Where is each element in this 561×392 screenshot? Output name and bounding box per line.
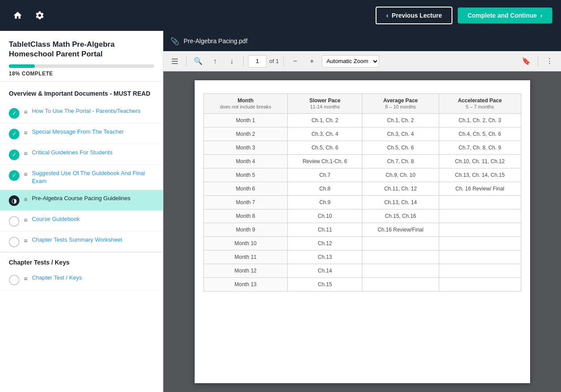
- settings-button[interactable]: [31, 7, 49, 24]
- sidebar-toggle-button[interactable]: [168, 54, 182, 68]
- paperclip-icon: 📎: [170, 37, 179, 45]
- average-cell: Ch.5, Ch. 6: [362, 141, 439, 155]
- lesson-item[interactable]: ✓ ≡ How To Use The Portal - Parents/Teac…: [0, 103, 163, 123]
- nav-right: ‹ Previous Lecture Complete and Continue…: [376, 7, 552, 24]
- lesson-check-empty: [9, 237, 19, 247]
- lesson-item[interactable]: ✓ ≡ Special Message From The Teacher: [0, 123, 163, 144]
- search-button[interactable]: 🔍: [191, 54, 205, 68]
- list-icon: ≡: [24, 171, 27, 178]
- accelerated-cell: Ch.7, Ch. 8, Ch. 9: [439, 141, 521, 155]
- zoom-in-button[interactable]: +: [305, 54, 319, 68]
- scroll-up-button[interactable]: ↑: [208, 54, 222, 68]
- accelerated-cell: [439, 264, 521, 278]
- slower-cell: Ch.9: [288, 196, 362, 209]
- month-cell: Month 1: [203, 114, 288, 127]
- col-header-average: Average Pace8 – 10 months: [362, 94, 439, 114]
- average-cell: [362, 237, 439, 250]
- lesson-text: How To Use The Portal - Parents/Teachers: [32, 107, 154, 115]
- svg-rect-1: [172, 61, 178, 62]
- average-cell: [362, 250, 439, 264]
- month-cell: Month 5: [203, 168, 288, 182]
- month-cell: Month 10: [203, 237, 288, 250]
- toolbar-divider: [538, 56, 538, 67]
- table-row: Month 5Ch.7Ch.9, Ch. 10Ch.13, Ch. 14, Ch…: [203, 168, 521, 182]
- accelerated-cell: [439, 196, 521, 209]
- average-cell: Ch.9, Ch. 10: [362, 168, 439, 182]
- accelerated-cell: [439, 237, 521, 250]
- slower-cell: Ch.10: [288, 209, 362, 223]
- pdf-content[interactable]: Monthdoes not include breaks Slower Pace…: [163, 71, 561, 392]
- accelerated-cell: Ch. 16 Review/ Final: [439, 182, 521, 196]
- list-icon: ≡: [24, 237, 27, 244]
- month-cell: Month 6: [203, 182, 288, 196]
- list-icon: ≡: [24, 196, 27, 203]
- average-cell: [362, 278, 439, 291]
- toolbar-divider: [283, 56, 284, 67]
- slower-cell: Ch.11: [288, 223, 362, 237]
- page-number-input[interactable]: 1: [248, 55, 267, 67]
- slower-cell: Ch.15: [288, 278, 362, 291]
- month-cell: Month 7: [203, 196, 288, 209]
- lesson-text: Pre-Algebra Course Pacing Guidelines: [32, 194, 154, 202]
- accelerated-cell: Ch.1, Ch. 2, Ch. 3: [439, 114, 521, 127]
- slower-cell: Ch.5, Ch. 6: [288, 141, 362, 155]
- average-cell: Ch.11, Ch. 12: [362, 182, 439, 196]
- month-cell: Month 12: [203, 264, 288, 278]
- month-cell: Month 3: [203, 141, 288, 155]
- list-icon: ≡: [24, 217, 27, 224]
- table-row: Month 3Ch.5, Ch. 6Ch.5, Ch. 6Ch.7, Ch. 8…: [203, 141, 521, 155]
- lesson-check-complete: ✓: [9, 129, 19, 139]
- toolbar-divider: [243, 56, 244, 67]
- previous-lecture-button[interactable]: ‹ Previous Lecture: [376, 7, 452, 24]
- lesson-check-complete: ✓: [9, 170, 19, 181]
- zoom-out-button[interactable]: −: [288, 54, 302, 68]
- lesson-item-active[interactable]: ◑ ≡ Pre-Algebra Course Pacing Guidelines: [0, 190, 163, 211]
- accelerated-cell: Ch.13, Ch. 14, Ch.15: [439, 168, 521, 182]
- slower-cell: Review Ch.1-Ch. 6: [288, 155, 362, 168]
- list-icon: ≡: [24, 129, 27, 136]
- scroll-down-button[interactable]: ↓: [225, 54, 239, 68]
- list-icon: ≡: [24, 150, 27, 157]
- complete-continue-button[interactable]: Complete and Continue ›: [458, 7, 552, 23]
- more-options-button[interactable]: ⋮: [542, 54, 557, 68]
- list-icon: ≡: [24, 108, 27, 116]
- slower-cell: Ch.8: [288, 182, 362, 196]
- col-header-accelerated: Accelerated Pace5 – 7 months: [439, 94, 521, 114]
- sidebar-scroll[interactable]: Overview & Important Documents - MUST RE…: [0, 82, 163, 392]
- toolbar-divider: [186, 56, 187, 67]
- month-cell: Month 9: [203, 223, 288, 237]
- lesson-text: Course Guidebook: [32, 215, 154, 223]
- progress-label: 18% COMPLETE: [9, 71, 154, 77]
- accelerated-cell: Ch.10, Ch. 11, Ch.12: [439, 155, 521, 168]
- zoom-select[interactable]: Automatic Zoom 50% 75% 100% 125% 150%: [322, 55, 379, 67]
- slower-cell: Ch.14: [288, 264, 362, 278]
- complete-continue-label: Complete and Continue: [467, 12, 537, 19]
- lesson-check-complete: ✓: [9, 149, 19, 160]
- average-cell: Ch.1, Ch. 2: [362, 114, 439, 127]
- month-cell: Month 2: [203, 127, 288, 141]
- table-row: Month 8Ch.10Ch.15, Ch.16: [203, 209, 521, 223]
- sidebar: TabletClass Math Pre-Algebra Homeschool …: [0, 31, 163, 392]
- page-of-label: of 1: [269, 58, 279, 64]
- average-cell: Ch.13, Ch. 14: [362, 196, 439, 209]
- average-cell: [362, 264, 439, 278]
- svg-rect-2: [172, 63, 178, 64]
- bookmark-button[interactable]: 🔖: [519, 54, 533, 68]
- lesson-item[interactable]: ✓ ≡ Critical Guidelines For Students: [0, 144, 163, 165]
- home-button[interactable]: [9, 7, 26, 24]
- month-cell: Month 4: [203, 155, 288, 168]
- main-layout: TabletClass Math Pre-Algebra Homeschool …: [0, 31, 561, 392]
- table-row: Month 9Ch.11Ch.16 Review/Final: [203, 223, 521, 237]
- pdf-toolbar: 🔍 ↑ ↓ 1 of 1 − + Automatic Zoom 50% 75% …: [163, 51, 561, 71]
- col-header-month: Monthdoes not include breaks: [203, 94, 288, 114]
- lesson-item[interactable]: ≡ Course Guidebook: [0, 211, 163, 231]
- lesson-check-complete: ✓: [9, 108, 19, 119]
- pdf-title: Pre-Algebra Pacing.pdf: [184, 37, 248, 45]
- lesson-check-empty: [9, 275, 19, 285]
- lesson-item[interactable]: ✓ ≡ Suggested Use Of The Guidebook And F…: [0, 165, 163, 190]
- nav-left: [9, 7, 49, 24]
- lesson-item[interactable]: ≡ Chapter Tests Summary Worksheet: [0, 231, 163, 252]
- lesson-item[interactable]: ≡ Chapter Test / Keys: [0, 269, 163, 290]
- average-cell: Ch.16 Review/Final: [362, 223, 439, 237]
- slower-cell: Ch.3, Ch. 4: [288, 127, 362, 141]
